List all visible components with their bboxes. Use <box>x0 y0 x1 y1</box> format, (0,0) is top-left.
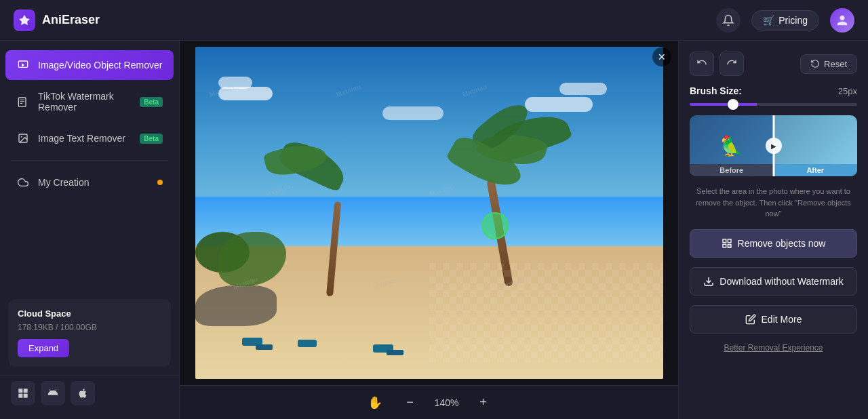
undo-button[interactable] <box>690 52 714 76</box>
download-label: Download without Watermark <box>719 276 843 287</box>
sidebar-item-image-video-remover[interactable]: Image/Video Object Remover <box>5 50 174 80</box>
reset-button[interactable]: Reset <box>800 54 857 74</box>
download-without-watermark-button[interactable]: Download without Watermark <box>690 267 857 296</box>
image-icon <box>16 132 30 145</box>
expand-button[interactable]: Expand <box>18 339 69 357</box>
pricing-button[interactable]: 🛒 Pricing <box>751 10 819 31</box>
brush-header: Brush Size: 25px <box>690 85 857 96</box>
brush-size-label: Brush Size: <box>690 85 742 96</box>
beta-badge-text: Beta <box>140 134 163 144</box>
sidebar-item-label-2: TikTok Watermark Remover <box>38 91 132 113</box>
creation-label: My Creation <box>38 177 148 188</box>
svg-rect-11 <box>24 394 28 398</box>
close-icon: ✕ <box>658 52 666 62</box>
hand-tool-button[interactable]: ✋ <box>364 392 386 414</box>
brush-section: Brush Size: 25px <box>690 85 857 106</box>
sidebar-footer <box>0 375 179 411</box>
header-right: 🛒 Pricing <box>716 8 854 33</box>
zoom-in-icon: + <box>479 395 487 410</box>
pricing-label: Pricing <box>778 15 808 26</box>
cloud-icon <box>16 176 30 189</box>
undo-icon <box>696 57 707 71</box>
close-button[interactable]: ✕ <box>652 47 671 66</box>
before-after-preview: 🦜 ▶ Before After <box>690 115 857 176</box>
svg-rect-2 <box>18 98 26 106</box>
cart-icon: 🛒 <box>763 15 774 26</box>
svg-rect-9 <box>24 388 28 393</box>
edit-more-button[interactable]: Edit More <box>690 305 857 334</box>
logo-icon <box>14 9 35 31</box>
notification-button[interactable] <box>716 8 741 33</box>
user-avatar[interactable] <box>830 8 854 33</box>
brush-indicator <box>481 212 509 239</box>
zoom-level: 140% <box>435 397 459 408</box>
svg-rect-14 <box>429 263 663 363</box>
cloud-space-panel: Cloud Space 178.19KB / 100.00GB Expand <box>8 299 171 367</box>
zoom-out-icon: − <box>406 395 414 410</box>
sidebar: Image/Video Object Remover TikTok Waterm… <box>0 41 180 419</box>
svg-rect-15 <box>723 239 726 243</box>
main-content: Image/Video Object Remover TikTok Waterm… <box>0 41 868 419</box>
logo-text: AniEraser <box>42 13 100 27</box>
preview-arrow-icon[interactable]: ▶ <box>766 138 782 154</box>
svg-rect-4 <box>20 101 24 102</box>
reset-label: Reset <box>824 59 847 69</box>
beta-badge-tiktok: Beta <box>140 97 163 107</box>
svg-rect-5 <box>20 103 22 104</box>
hand-icon: ✋ <box>368 395 382 410</box>
parrot-icon: 🦜 <box>719 135 743 157</box>
svg-rect-8 <box>18 388 22 393</box>
notification-dot <box>157 180 163 185</box>
android-icon[interactable] <box>41 381 65 405</box>
brush-size-slider[interactable] <box>690 103 857 106</box>
canvas-image-container[interactable]: Mxtmau Mxtmau Mxtmau Mxtmau Mxtmau Mxtma… <box>180 41 678 385</box>
beach-scene: Mxtmau Mxtmau Mxtmau Mxtmau Mxtmau Mxtma… <box>195 47 663 379</box>
cloud-space-title: Cloud Space <box>18 308 161 319</box>
redo-button[interactable] <box>719 52 744 76</box>
checkerboard-overlay <box>429 263 663 363</box>
header: AniEraser 🛒 Pricing <box>0 0 868 41</box>
ios-icon[interactable] <box>71 381 95 405</box>
svg-rect-10 <box>18 394 22 398</box>
zoom-in-button[interactable]: + <box>472 392 494 414</box>
windows-icon[interactable] <box>11 381 35 405</box>
canvas-toolbar: ✋ − 140% + <box>180 385 678 419</box>
right-panel: Reset Brush Size: 25px 🦜 ▶ Before <box>678 41 868 419</box>
before-label: Before <box>690 164 774 176</box>
canvas-area: ✕ <box>180 41 678 419</box>
svg-marker-1 <box>22 63 24 66</box>
preview-image: 🦜 ▶ Before After <box>690 115 857 176</box>
sidebar-item-image-text-remover[interactable]: Image Text Remover Beta <box>5 123 174 153</box>
brush-size-value: 25px <box>838 86 857 96</box>
svg-rect-17 <box>723 244 726 247</box>
zoom-out-button[interactable]: − <box>399 392 421 414</box>
panel-toolbar: Reset <box>690 52 857 76</box>
redo-icon <box>726 57 737 71</box>
sidebar-item-label-3: Image Text Remover <box>38 133 132 144</box>
svg-rect-16 <box>728 239 731 243</box>
logo-area: AniEraser <box>14 9 716 31</box>
remove-objects-button[interactable]: Remove objects now <box>690 229 857 258</box>
hint-text: Select the area in the photo where you w… <box>690 186 857 220</box>
better-removal-link[interactable]: Better Removal Experience <box>690 343 857 353</box>
svg-rect-3 <box>20 100 24 100</box>
play-icon <box>16 58 30 72</box>
sidebar-item-my-creation[interactable]: My Creation <box>5 167 174 197</box>
remove-objects-label: Remove objects now <box>738 238 826 249</box>
sidebar-item-label-1: Image/Video Object Remover <box>38 60 163 71</box>
sidebar-divider <box>11 160 168 161</box>
tiktok-icon <box>16 95 30 108</box>
sidebar-item-tiktok-remover[interactable]: TikTok Watermark Remover Beta <box>5 83 174 121</box>
cloud-space-usage: 178.19KB / 100.00GB <box>18 323 161 332</box>
svg-point-7 <box>21 136 22 138</box>
edit-more-label: Edit More <box>762 314 802 325</box>
after-label: After <box>774 164 858 176</box>
